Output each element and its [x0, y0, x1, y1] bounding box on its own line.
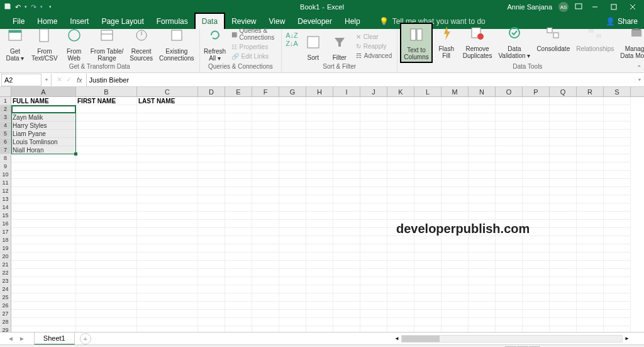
cell-O18[interactable]	[496, 236, 523, 244]
cell-E21[interactable]	[225, 261, 252, 269]
cell-F12[interactable]	[252, 187, 279, 195]
fx-icon[interactable]: fx	[77, 76, 86, 84]
cell-H13[interactable]	[306, 195, 333, 203]
cell-K12[interactable]	[387, 187, 414, 195]
cell-O5[interactable]	[496, 130, 523, 138]
cell-A14[interactable]	[11, 203, 76, 212]
cell-P23[interactable]	[523, 277, 550, 285]
cell-K28[interactable]	[387, 318, 414, 326]
cell-K24[interactable]	[387, 285, 414, 293]
cell-G22[interactable]	[279, 269, 306, 277]
row-header-9[interactable]: 9	[0, 162, 11, 171]
cell-F2[interactable]	[252, 105, 279, 113]
cell-J28[interactable]	[360, 318, 387, 326]
cell-K20[interactable]	[387, 253, 414, 261]
cell-O1[interactable]	[496, 97, 523, 105]
cell-R13[interactable]	[577, 195, 604, 203]
row-header-16[interactable]: 16	[0, 220, 11, 228]
cell-G26[interactable]	[279, 302, 306, 310]
cell-A15[interactable]	[11, 212, 76, 220]
cell-H23[interactable]	[306, 277, 333, 285]
user-name[interactable]: Annie Sanjana	[507, 3, 552, 11]
cell-A22[interactable]	[11, 269, 76, 277]
cell-B3[interactable]	[76, 113, 137, 122]
cell-D25[interactable]	[198, 293, 225, 302]
cell-D22[interactable]	[198, 269, 225, 277]
row-header-8[interactable]: 8	[0, 154, 11, 162]
cell-C7[interactable]	[137, 146, 198, 154]
cell-D29[interactable]	[198, 326, 225, 332]
cell-Q26[interactable]	[550, 302, 577, 310]
cell-F17[interactable]	[252, 228, 279, 236]
cell-P4[interactable]	[523, 122, 550, 130]
cell-N24[interactable]	[469, 285, 496, 293]
cell-B18[interactable]	[76, 236, 137, 244]
cell-M22[interactable]	[441, 269, 469, 277]
cell-D19[interactable]	[198, 244, 225, 253]
cell-F4[interactable]	[252, 122, 279, 130]
advanced-filter-button[interactable]: ☶Advanced	[355, 52, 393, 60]
cell-Q3[interactable]	[550, 113, 577, 122]
cell-S29[interactable]	[604, 326, 631, 332]
cell-L4[interactable]	[414, 122, 441, 130]
cell-K13[interactable]	[387, 195, 414, 203]
cell-D6[interactable]	[198, 138, 225, 146]
cell-G5[interactable]	[279, 130, 306, 138]
column-header-H[interactable]: H	[306, 87, 333, 96]
cell-N23[interactable]	[469, 277, 496, 285]
cell-R15[interactable]	[577, 212, 604, 220]
cell-R25[interactable]	[577, 293, 604, 302]
cell-C21[interactable]	[137, 261, 198, 269]
cell-F1[interactable]	[252, 97, 279, 105]
cell-G20[interactable]	[279, 253, 306, 261]
cell-D17[interactable]	[198, 228, 225, 236]
cell-K27[interactable]	[387, 310, 414, 318]
cell-P1[interactable]	[523, 97, 550, 105]
row-header-27[interactable]: 27	[0, 310, 11, 318]
cell-J3[interactable]	[360, 113, 387, 122]
cell-B12[interactable]	[76, 187, 137, 195]
cell-D14[interactable]	[198, 203, 225, 212]
user-avatar[interactable]: AS	[558, 2, 569, 12]
cell-G3[interactable]	[279, 113, 306, 122]
undo-dropdown-icon[interactable]: ▾	[25, 4, 27, 9]
cell-A24[interactable]	[11, 285, 76, 293]
column-header-K[interactable]: K	[387, 87, 414, 96]
cell-G23[interactable]	[279, 277, 306, 285]
cell-A28[interactable]	[11, 318, 76, 326]
cell-Q11[interactable]	[550, 179, 577, 187]
cell-P8[interactable]	[523, 154, 550, 162]
cell-A2[interactable]: Justin Bieber	[11, 105, 76, 113]
row-header-12[interactable]: 12	[0, 187, 11, 195]
cell-B23[interactable]	[76, 277, 137, 285]
cell-J14[interactable]	[360, 203, 387, 212]
cell-R26[interactable]	[577, 302, 604, 310]
cell-E25[interactable]	[225, 293, 252, 302]
cell-H3[interactable]	[306, 113, 333, 122]
cell-N21[interactable]	[469, 261, 496, 269]
cell-P29[interactable]	[523, 326, 550, 332]
cell-A17[interactable]	[11, 228, 76, 236]
cell-M24[interactable]	[441, 285, 469, 293]
cell-L2[interactable]	[414, 105, 441, 113]
refresh-all-button[interactable]: Refresh All ▾	[203, 25, 228, 63]
cell-C1[interactable]: LAST NAME	[137, 97, 198, 105]
cell-D27[interactable]	[198, 310, 225, 318]
cell-A12[interactable]	[11, 187, 76, 195]
cell-C14[interactable]	[137, 203, 198, 212]
undo-icon[interactable]: ↶	[15, 3, 21, 11]
cell-R6[interactable]	[577, 138, 604, 146]
queries-connections-button[interactable]: ▦Queries & Connections	[230, 26, 278, 42]
cell-Q18[interactable]	[550, 236, 577, 244]
cell-M21[interactable]	[441, 261, 469, 269]
cell-J26[interactable]	[360, 302, 387, 310]
column-header-L[interactable]: L	[414, 87, 441, 96]
cell-J19[interactable]	[360, 244, 387, 253]
cell-S21[interactable]	[604, 261, 631, 269]
cell-B5[interactable]	[76, 130, 137, 138]
cell-B16[interactable]	[76, 220, 137, 228]
cell-S2[interactable]	[604, 105, 631, 113]
cell-H14[interactable]	[306, 203, 333, 212]
manage-data-model-button[interactable]: Manage Data Model	[618, 23, 644, 60]
cell-K4[interactable]	[387, 122, 414, 130]
